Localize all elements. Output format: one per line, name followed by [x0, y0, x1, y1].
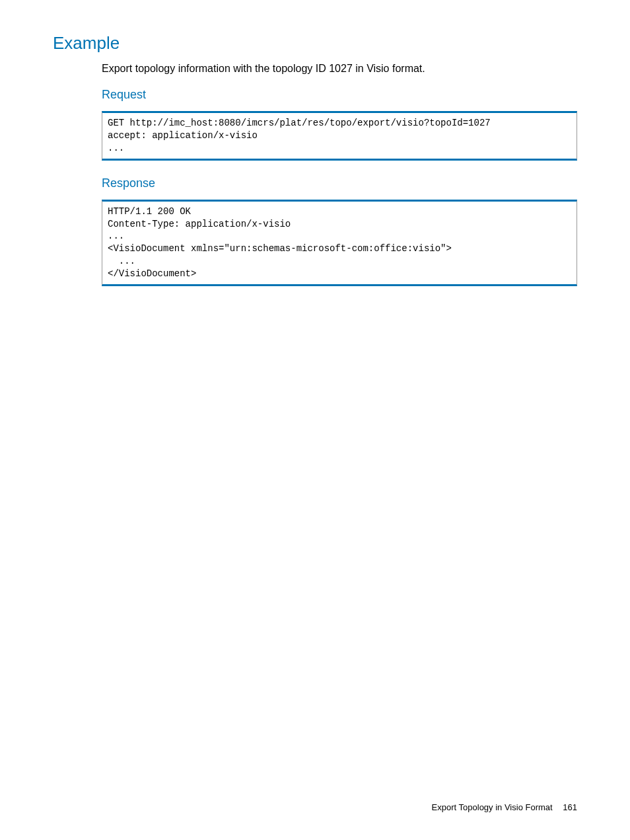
- response-code-block: HTTP/1.1 200 OK Content-Type: applicatio…: [102, 200, 577, 286]
- footer-title: Export Topology in Visio Format: [432, 802, 553, 812]
- page-footer: Export Topology in Visio Format 161: [432, 802, 577, 812]
- response-heading: Response: [102, 176, 577, 190]
- footer-page-number: 161: [563, 802, 577, 812]
- section-description: Export topology information with the top…: [102, 63, 577, 75]
- request-code-block: GET http://imc_host:8080/imcrs/plat/res/…: [102, 111, 577, 161]
- request-heading: Request: [102, 88, 577, 102]
- section-content: Export topology information with the top…: [102, 63, 577, 286]
- section-heading-example: Example: [53, 33, 577, 54]
